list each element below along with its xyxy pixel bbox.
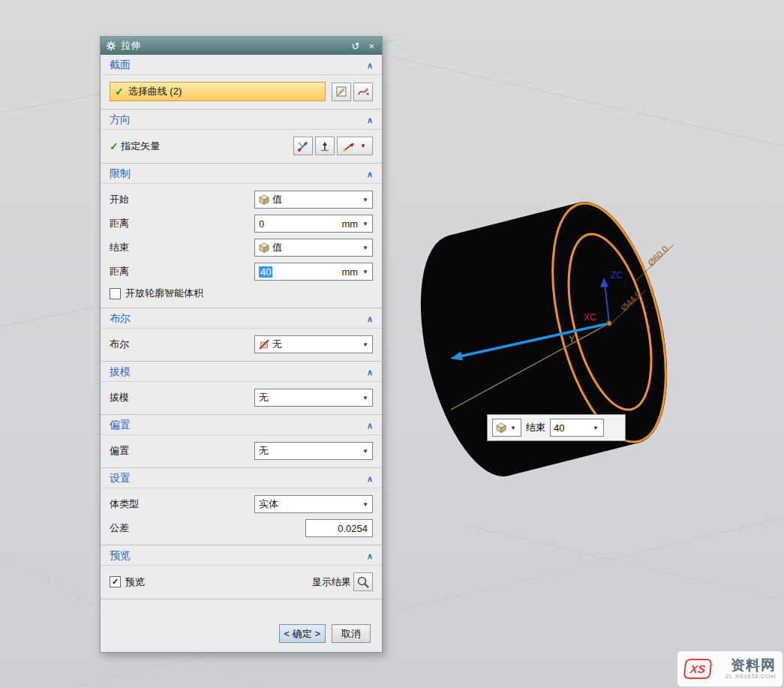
start-distance-input[interactable]: 0 mm ▼ [254, 215, 373, 233]
offset-dropdown[interactable]: 无 ▼ [254, 442, 373, 460]
outer-diameter-dimension[interactable]: Ø60.0 [646, 243, 671, 268]
curve-rule-button[interactable] [353, 83, 373, 101]
floating-end-distance-value: 40 [554, 422, 589, 434]
end-distance-value: 40 [259, 266, 272, 278]
body-type-value: 实体 [259, 497, 358, 511]
chevron-up-icon[interactable]: ∧ [367, 551, 373, 561]
section-header-offset[interactable]: 偏置 ∧ [101, 415, 382, 435]
curve-icon [357, 86, 369, 98]
chevron-down-icon: ▼ [361, 395, 370, 401]
limits-start-row: 开始 值 ▼ [101, 188, 382, 212]
boolean-none-icon [259, 339, 269, 350]
vector-dialog-button[interactable] [293, 137, 313, 155]
floating-end-label: 结束 [526, 421, 545, 434]
end-mode-value: 值 [272, 241, 358, 254]
chevron-up-icon[interactable]: ∧ [367, 421, 373, 431]
cancel-button[interactable]: 取消 [332, 624, 371, 643]
section-header-preview[interactable]: 预览 ∧ [101, 545, 382, 566]
section-header-section[interactable]: 截面 ∧ [101, 55, 382, 75]
boolean-label: 布尔 [110, 338, 129, 351]
offset-label: 偏置 [110, 444, 129, 458]
start-mode-dropdown[interactable]: 值 ▼ [254, 191, 373, 209]
section-title: 方向 [110, 113, 131, 127]
end-mode-dropdown[interactable]: 值 ▼ [254, 239, 373, 257]
chevron-up-icon[interactable]: ∧ [367, 314, 373, 324]
show-result-label: 显示结果 [312, 575, 351, 589]
inferred-vector-button[interactable] [315, 137, 335, 155]
section-title: 设置 [110, 472, 131, 485]
chevron-up-icon[interactable]: ∧ [367, 61, 373, 71]
chevron-down-icon: ▼ [361, 501, 370, 508]
limit-mode-dropdown[interactable]: ▼ [492, 419, 521, 437]
vector-type-dropdown[interactable]: ▼ [337, 137, 373, 155]
show-result-button[interactable] [353, 572, 373, 591]
section-title: 布尔 [110, 312, 131, 326]
watermark-brand: 资料网 [731, 658, 776, 674]
value-cube-icon [496, 422, 506, 433]
specify-vector-label: 指定矢量 [121, 140, 160, 153]
zc-axis-label: ZC [611, 270, 623, 281]
dialog-button-row: < 确定 > 取消 [101, 617, 382, 652]
select-curve-label: 选择曲线 (2) [128, 85, 182, 98]
dialog-titlebar[interactable]: 拉伸 ↺ × [101, 37, 382, 55]
end-distance-label: 距离 [110, 265, 129, 278]
origin-point[interactable] [607, 321, 611, 326]
chevron-down-icon: ▼ [361, 197, 370, 203]
chevron-down-icon: ▼ [361, 221, 370, 227]
xc-axis-label: XC [584, 312, 596, 323]
section-group-limits: 限制 ∧ 开始 值 ▼ 距离 0 mm [101, 164, 382, 308]
gear-icon[interactable] [106, 41, 116, 51]
value-cube-icon [259, 194, 269, 205]
limits-end-distance-row: 距离 40 mm ▼ [101, 260, 382, 284]
start-label: 开始 [110, 193, 129, 206]
section-header-limits[interactable]: 限制 ∧ [101, 164, 382, 184]
open-profile-checkbox[interactable]: 开放轮廓智能体积 [110, 287, 203, 300]
boolean-value: 无 [272, 338, 358, 351]
select-curve-field[interactable]: ✓ 选择曲线 (2) [110, 82, 326, 101]
chevron-down-icon: ▼ [359, 143, 368, 149]
end-label: 结束 [110, 241, 129, 254]
section-header-boolean[interactable]: 布尔 ∧ [101, 308, 382, 329]
floating-end-distance-input[interactable]: 40 ▼ [550, 419, 604, 437]
open-profile-checkbox-box[interactable] [110, 288, 121, 299]
section-group-offset: 偏置 ∧ 偏置 无 ▼ [101, 415, 382, 468]
tolerance-input[interactable]: 0.0254 [305, 519, 373, 537]
end-distance-unit: mm [341, 266, 358, 278]
body-type-label: 体类型 [110, 497, 139, 511]
body-type-dropdown[interactable]: 实体 ▼ [254, 495, 373, 513]
sketch-section-button[interactable] [332, 83, 351, 101]
chevron-up-icon[interactable]: ∧ [367, 368, 373, 377]
watermark-logo-text: XS [689, 662, 706, 675]
reset-icon[interactable]: ↺ [350, 41, 362, 51]
end-distance-input[interactable]: 40 mm ▼ [254, 263, 373, 281]
y-axis-label: Y [569, 334, 575, 344]
section-group-direction: 方向 ∧ ✓ 指定矢量 [101, 110, 382, 164]
limits-end-row: 结束 值 ▼ [101, 236, 382, 260]
chevron-down-icon: ▼ [361, 245, 370, 251]
section-title: 限制 [110, 167, 131, 181]
draft-label: 拔模 [110, 391, 129, 404]
section-header-draft[interactable]: 拔模 ∧ [101, 362, 382, 382]
section-header-settings[interactable]: 设置 ∧ [101, 468, 382, 488]
vector-arrow-icon [342, 140, 357, 152]
check-icon: ✓ [115, 86, 124, 98]
boolean-dropdown[interactable]: 无 ▼ [254, 335, 373, 353]
section-group-settings: 设置 ∧ 体类型 实体 ▼ 公差 0.0254 [101, 468, 382, 545]
close-icon[interactable]: × [366, 41, 377, 51]
ok-button[interactable]: < 确定 > [279, 624, 326, 643]
section-header-direction[interactable]: 方向 ∧ [101, 110, 382, 130]
preview-checkbox[interactable]: ✓ 预览 [110, 575, 145, 589]
section-title: 拔模 [110, 365, 131, 379]
dialog-title: 拉伸 [121, 39, 345, 53]
chevron-up-icon[interactable]: ∧ [367, 474, 373, 484]
tolerance-label: 公差 [110, 521, 129, 535]
onscreen-input-bar: ▼ 结束 40 ▼ [487, 414, 626, 441]
open-profile-label: 开放轮廓智能体积 [125, 287, 203, 300]
vector-dialog-icon [297, 140, 309, 152]
preview-checkbox-box[interactable]: ✓ [110, 576, 121, 587]
chevron-up-icon[interactable]: ∧ [367, 170, 373, 179]
draft-dropdown[interactable]: 无 ▼ [254, 389, 373, 407]
chevron-up-icon[interactable]: ∧ [367, 116, 373, 125]
offset-value: 无 [259, 444, 358, 458]
extrude-dialog: 拉伸 ↺ × 截面 ∧ ✓ 选择曲线 (2) [100, 36, 383, 653]
